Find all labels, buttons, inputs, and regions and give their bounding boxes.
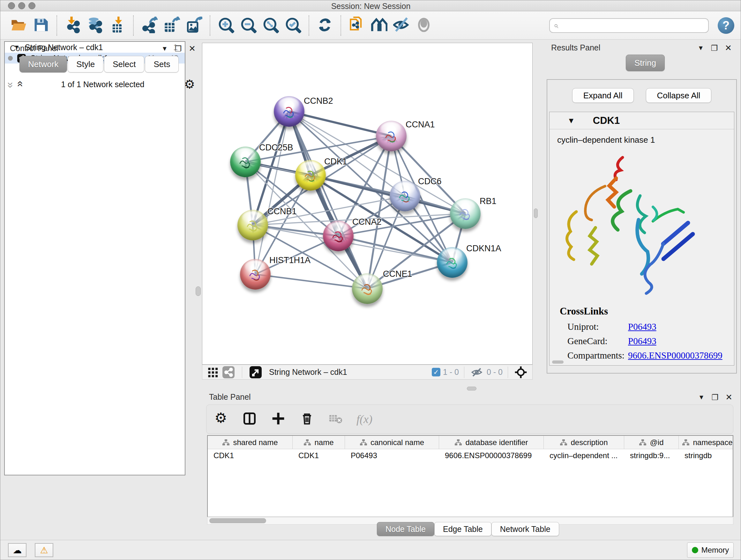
birds-eye-view-icon[interactable] <box>247 364 264 381</box>
export-image-button[interactable] <box>183 15 205 36</box>
panel-close-icon[interactable]: ✕ <box>725 43 732 53</box>
tab-edge-table[interactable]: Edge Table <box>434 522 491 536</box>
panel-close-icon[interactable]: ✕ <box>725 392 732 402</box>
network-options-gear-icon[interactable]: ⚙ <box>184 77 195 91</box>
zoom-selected-button[interactable] <box>282 15 304 36</box>
import-network-database-button[interactable] <box>84 15 106 36</box>
table-cell: CDK1 <box>293 449 345 462</box>
zoom-out-button[interactable] <box>237 15 259 36</box>
panel-float-icon[interactable]: ❐ <box>175 44 182 53</box>
crosslink-value-link[interactable]: P06493 <box>628 321 657 332</box>
warning-icon: ⚠ <box>40 545 48 556</box>
right-splitter-handle[interactable] <box>534 208 538 218</box>
crosslink-row: Tissues:9606.ENSP00000378699 <box>567 363 727 366</box>
column-header-database-identifier[interactable]: database identifier <box>439 436 544 449</box>
import-table-icon <box>109 17 126 35</box>
split-columns-button[interactable] <box>241 411 258 428</box>
tab-select[interactable]: Select <box>104 56 144 72</box>
bottom-splitter-handle[interactable] <box>467 387 476 390</box>
tab-network[interactable]: Network <box>19 56 67 72</box>
search-input[interactable] <box>561 21 704 30</box>
add-column-button[interactable] <box>270 411 287 428</box>
crosslink-value-link[interactable]: 9606.ENSP00000378699 <box>628 350 723 361</box>
help-icon: ? <box>723 19 730 32</box>
panel-collapse-icon[interactable]: ▼ <box>161 45 168 52</box>
expand-all-networks-icon[interactable]: » <box>13 82 25 87</box>
import-network-file-icon <box>64 17 81 35</box>
column-header--id[interactable]: @id <box>624 436 679 449</box>
apply-layout-button[interactable] <box>314 15 336 36</box>
node-CDK1[interactable] <box>295 160 326 191</box>
export-table-button[interactable] <box>160 15 183 36</box>
hide-selected-button[interactable] <box>390 15 413 36</box>
node-CDC25B[interactable] <box>230 146 261 177</box>
window-title: Session: New Session <box>0 2 741 11</box>
panel-float-icon[interactable]: ❐ <box>711 44 718 53</box>
card-scrollbar[interactable] <box>552 361 563 364</box>
save-session-button[interactable] <box>30 15 52 36</box>
node-RB1[interactable] <box>450 198 481 229</box>
delete-column-button[interactable] <box>298 411 316 428</box>
gene-description: cyclin–dependent kinase 1 <box>557 135 655 145</box>
search-box[interactable]: ⌕ <box>549 18 709 33</box>
network-share-view-icon[interactable] <box>220 364 237 381</box>
column-type-icon <box>222 439 230 446</box>
node-label-CDK1: CDK1 <box>324 157 347 167</box>
import-table-button[interactable] <box>106 15 129 36</box>
grid-view-icon[interactable] <box>206 364 220 381</box>
column-header-shared-name[interactable]: shared name <box>208 436 293 449</box>
column-header-description[interactable]: description <box>544 436 624 449</box>
node-CCNA2[interactable] <box>323 221 354 251</box>
node-CCNA1[interactable] <box>376 121 407 151</box>
node-HIST1H1A[interactable] <box>240 259 271 290</box>
export-network-button[interactable] <box>138 15 160 36</box>
crosslink-value-link[interactable]: 9606.ENSP00000378699 <box>628 365 723 366</box>
section-expander-icon[interactable]: ▼ <box>567 116 575 125</box>
import-network-file-button[interactable] <box>62 15 84 36</box>
panel-float-icon[interactable]: ❐ <box>712 393 719 402</box>
panel-collapse-icon[interactable]: ▼ <box>697 44 704 52</box>
zoom-fit-button[interactable] <box>259 15 282 36</box>
tab-node-table[interactable]: Node Table <box>377 522 434 536</box>
network-canvas[interactable]: CCNB2CCNA1CDC25BCDK1CDC6RB1CCNB1CCNA2CDK… <box>202 43 533 365</box>
gene-section-header[interactable]: ▼ CDK1 <box>549 112 734 129</box>
help-button[interactable]: ? <box>718 17 734 34</box>
selected-count: 1 - 0 <box>443 368 459 377</box>
toolbar-separator <box>508 367 508 378</box>
table-settings-button[interactable]: ⚙ <box>212 411 229 428</box>
network-selected-count: 1 of 1 Network selected <box>21 80 184 89</box>
tab-string[interactable]: String <box>626 55 665 71</box>
tab-network-table[interactable]: Network Table <box>491 522 559 536</box>
collapse-all-button[interactable]: Collapse All <box>646 88 712 103</box>
crosslinks-list: Uniprot:P06493GeneCard:P06493Compartment… <box>567 320 727 366</box>
copy-network-button[interactable] <box>346 15 368 36</box>
memory-button[interactable]: Memory <box>687 543 734 558</box>
selected-nodes-checkbox-icon[interactable]: ✓ <box>432 368 441 376</box>
open-session-button[interactable] <box>7 15 30 36</box>
table-row[interactable]: CDK1CDK1P064939606.ENSP00000378699cyclin… <box>208 449 733 462</box>
node-CCNB1[interactable] <box>238 210 268 240</box>
first-neighbors-button[interactable] <box>368 15 390 36</box>
fit-selected-crosshair-icon[interactable] <box>513 364 529 381</box>
zoom-in-button[interactable] <box>215 15 237 36</box>
panel-close-icon[interactable]: ✕ <box>189 44 196 54</box>
left-splitter-handle[interactable] <box>196 287 201 296</box>
expand-all-button[interactable]: Expand All <box>572 88 634 103</box>
crosslink-label: GeneCard: <box>567 336 628 347</box>
column-header-name[interactable]: name <box>293 436 345 449</box>
node-CDC6[interactable] <box>390 181 420 211</box>
crosslink-value-link[interactable]: P06493 <box>628 336 657 347</box>
panel-collapse-icon[interactable]: ▼ <box>698 394 704 401</box>
scrollbar-thumb[interactable] <box>209 518 266 523</box>
node-CCNB2[interactable] <box>274 96 305 127</box>
column-header-namespace[interactable]: namespace <box>679 436 733 449</box>
save-session-icon <box>32 17 49 35</box>
show-all-button[interactable] <box>413 15 435 36</box>
node-CCNE1[interactable] <box>352 273 383 304</box>
warnings-button[interactable]: ⚠ <box>35 543 53 557</box>
cloud-button[interactable]: ☁ <box>8 543 26 557</box>
tab-sets[interactable]: Sets <box>145 56 179 72</box>
tab-style[interactable]: Style <box>68 56 104 72</box>
column-header-canonical-name[interactable]: canonical name <box>345 436 439 449</box>
node-CDKN1A[interactable] <box>437 247 468 278</box>
